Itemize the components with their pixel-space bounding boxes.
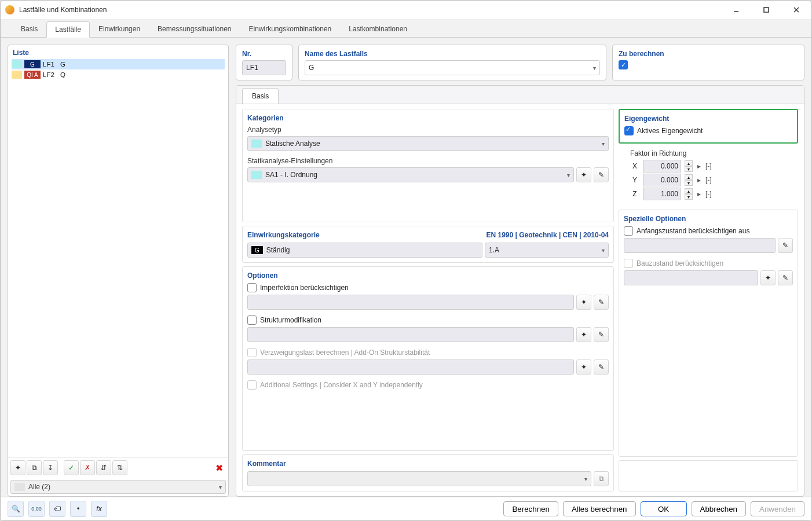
factor-x-spinner[interactable]: X0.000▲▼▸[-] — [630, 160, 793, 173]
edit-button[interactable]: ✎ — [594, 295, 609, 310]
copy-button[interactable]: ⧉ — [27, 460, 42, 475]
point-icon[interactable]: • — [70, 501, 86, 517]
sort-desc-button[interactable]: ⇅ — [112, 460, 127, 475]
sort-asc-button[interactable]: ⇵ — [96, 460, 111, 475]
eigengewicht-title: Eigengewicht — [624, 115, 792, 123]
filter-dropdown[interactable]: Alle (2) ▾ — [10, 480, 226, 494]
tab-lastfaelle[interactable]: Lastfälle — [46, 21, 90, 38]
statik-dropdown[interactable]: SA1 - I. Ordnung▾ — [247, 167, 574, 182]
list-panel: Liste G LF1 G QI A LF2 Q ✦ ⧉ ↧ — [8, 45, 229, 497]
kategorien-block: Kategorien Analysetyp Statische Analyse▾… — [242, 109, 614, 222]
faktor-label: Faktor in Richtung — [630, 149, 793, 157]
faktor-group: Faktor in Richtung X0.000▲▼▸[-] Y0.000▲▼… — [619, 147, 798, 206]
list-header: Liste — [8, 45, 228, 59]
tab-bemessungssituationen[interactable]: Bemessungssituationen — [149, 21, 240, 37]
edit-button[interactable]: ✎ — [778, 238, 793, 253]
edit-settings-button[interactable]: ✎ — [594, 167, 609, 182]
aktiv-checkbox[interactable] — [624, 126, 634, 135]
filter-swatch — [14, 483, 25, 491]
category-tag: G — [24, 60, 41, 68]
name-card: Name des Lastfalls G▾ — [298, 45, 606, 80]
minimize-button[interactable] — [726, 3, 747, 17]
delete-button[interactable]: ✖ — [212, 461, 226, 475]
calc-card: Zu berechnen ✓ — [612, 45, 804, 80]
calc-checkbox[interactable]: ✓ — [619, 60, 628, 69]
new-button[interactable]: ✦ — [576, 327, 591, 342]
loadcase-name: G — [60, 61, 65, 68]
anfangszustand-checkbox[interactable] — [624, 226, 633, 236]
abbrechen-button[interactable]: Abbrechen — [692, 501, 746, 516]
factor-y-spinner[interactable]: Y0.000▲▼▸[-] — [630, 174, 793, 186]
nr-input[interactable]: LF1 — [242, 60, 286, 75]
app-icon — [5, 5, 14, 14]
anfangszustand-dropdown[interactable] — [624, 238, 776, 253]
edit-button: ✎ — [594, 359, 609, 375]
name-input[interactable]: G▾ — [305, 60, 600, 75]
kommentar-input[interactable]: ▾ — [247, 471, 591, 486]
struktur-checkbox[interactable] — [247, 315, 257, 325]
ok-button[interactable]: OK — [641, 501, 687, 516]
imperfection-checkbox[interactable] — [247, 283, 257, 292]
main-tab-bar: Basis Lastfälle Einwirkungen Bemessungss… — [1, 20, 811, 38]
edit-button[interactable]: ✎ — [594, 327, 609, 342]
analysetyp-label: Analysetyp — [247, 126, 609, 134]
new-button: ✦ — [576, 359, 591, 375]
optionen-block: Optionen Imperfektion berücksichtigen ✦✎… — [242, 266, 614, 451]
chevron-down-icon: ▾ — [602, 141, 605, 147]
tab-einwirkungen[interactable]: Einwirkungen — [90, 21, 149, 37]
svg-rect-1 — [764, 8, 769, 12]
dialog-window: Lastfälle und Kombinationen Basis Lastfä… — [0, 0, 812, 521]
new-button[interactable]: ✦ — [10, 460, 25, 475]
alles-berechnen-button[interactable]: Alles berechnen — [563, 501, 636, 516]
category-dropdown[interactable]: GStändig — [247, 243, 482, 258]
kommentar-title: Kommentar — [247, 460, 609, 468]
chevron-down-icon: ▾ — [567, 172, 570, 178]
check-all-button[interactable]: ✓ — [64, 460, 79, 475]
edit-button: ✎ — [778, 270, 793, 285]
subcategory-dropdown[interactable]: 1.A▾ — [485, 243, 609, 258]
tab-basis[interactable]: Basis — [12, 21, 46, 37]
renumber-button[interactable]: ↧ — [43, 460, 58, 475]
nr-card: Nr. LF1 — [236, 45, 292, 80]
new-button[interactable]: ✦ — [576, 295, 591, 310]
loadcase-id: LF2 — [43, 71, 58, 78]
imperfection-dropdown[interactable] — [247, 295, 574, 310]
copy-comment-button[interactable]: ⧉ — [594, 471, 609, 486]
dialog-footer: 🔍 0,00 🏷 • fx Berechnen Alles berechnen … — [1, 497, 811, 520]
berechnen-button[interactable]: Berechnen — [503, 501, 558, 516]
chevron-down-icon: ▾ — [584, 476, 587, 482]
verzweigung-checkbox — [247, 348, 257, 357]
maximize-button[interactable] — [756, 3, 777, 17]
empty-block — [619, 460, 798, 491]
uncheck-all-button[interactable]: ✗ — [80, 460, 95, 475]
tree-icon[interactable]: 🏷 — [49, 501, 65, 517]
optionen-title: Optionen — [247, 271, 609, 280]
spezielle-title: Spezielle Optionen — [624, 215, 793, 223]
subtab-basis[interactable]: Basis — [242, 88, 279, 104]
struktur-dropdown[interactable] — [247, 327, 574, 342]
nr-label: Nr. — [242, 50, 286, 58]
fx-icon[interactable]: fx — [91, 501, 107, 517]
statik-label: Statikanalyse-Einstellungen — [247, 157, 609, 165]
kategorien-title: Kategorien — [247, 114, 609, 122]
einwirkung-block: EinwirkungskategorieEN 1990 | Geotechnik… — [242, 226, 614, 263]
tab-lastkombinationen[interactable]: Lastkombinationen — [340, 21, 416, 37]
search-icon[interactable]: 🔍 — [8, 501, 24, 517]
chevron-down-icon: ▾ — [602, 247, 605, 254]
standard-text: EN 1990 | Geotechnik | CEN | 2010-04 — [487, 231, 609, 239]
units-icon[interactable]: 0,00 — [28, 501, 45, 517]
category-tag: QI A — [24, 71, 41, 79]
color-swatch — [12, 60, 22, 68]
factor-z-spinner[interactable]: Z1.000▲▼▸[-] — [630, 188, 793, 200]
loadcase-name: Q — [60, 71, 65, 78]
list-item[interactable]: G LF1 G — [12, 59, 225, 69]
chevron-down-icon: ▾ — [593, 65, 596, 71]
analysetyp-dropdown[interactable]: Statische Analyse▾ — [247, 136, 609, 151]
name-label: Name des Lastfalls — [305, 50, 600, 58]
close-button[interactable] — [786, 3, 807, 17]
list-item[interactable]: QI A LF2 Q — [12, 69, 225, 80]
tab-einwirkungskombinationen[interactable]: Einwirkungskombinationen — [240, 21, 341, 37]
einwirkung-title: Einwirkungskategorie — [247, 231, 320, 239]
new-settings-button[interactable]: ✦ — [576, 167, 591, 182]
spezielle-block: Spezielle Optionen Anfangszustand berück… — [619, 210, 798, 457]
